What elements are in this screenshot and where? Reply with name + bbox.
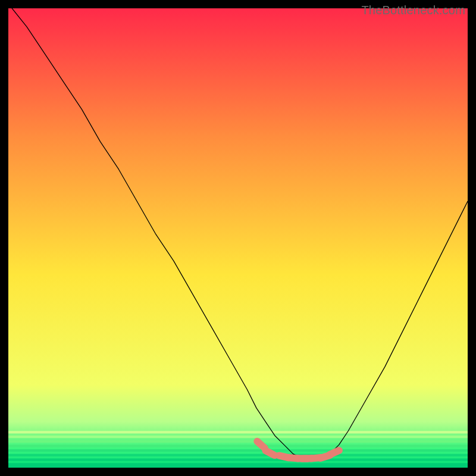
svg-rect-4 — [8, 449, 468, 452]
gradient-background — [8, 8, 468, 468]
svg-rect-1 — [8, 436, 468, 438]
optimal-marker — [257, 441, 265, 448]
svg-rect-2 — [8, 440, 468, 443]
optimal-marker — [330, 450, 339, 455]
chart-frame: TheBottleneck.com — [0, 0, 476, 476]
svg-rect-7 — [8, 463, 468, 468]
bottleneck-chart — [8, 8, 468, 468]
attribution-watermark: TheBottleneck.com — [361, 4, 465, 17]
svg-rect-6 — [8, 459, 468, 461]
svg-rect-5 — [8, 454, 468, 456]
svg-rect-3 — [8, 444, 468, 447]
optimal-marker — [266, 450, 275, 455]
svg-rect-0 — [8, 431, 468, 433]
